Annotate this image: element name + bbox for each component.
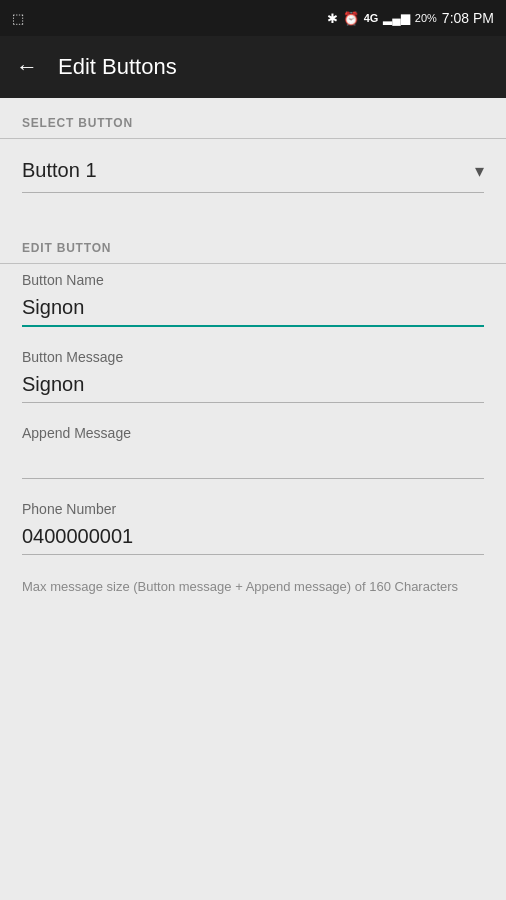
hint-text: Max message size (Button message + Appen… xyxy=(0,569,506,597)
screenshot-icon: ⬚ xyxy=(12,11,24,26)
button-name-field-container: Button Name xyxy=(0,264,506,327)
chevron-down-icon: ▾ xyxy=(475,160,484,182)
signal-icon: ▂▄▆ xyxy=(383,11,410,25)
phone-number-input[interactable] xyxy=(22,521,484,555)
button-name-input[interactable] xyxy=(22,292,484,327)
network-indicator: 4G xyxy=(364,12,379,24)
alarm-icon: ⏰ xyxy=(343,11,359,26)
button-message-input[interactable] xyxy=(22,369,484,403)
gap-1 xyxy=(0,211,506,223)
dropdown-selected-value: Button 1 xyxy=(22,159,97,182)
button-name-label: Button Name xyxy=(22,272,484,288)
append-message-label: Append Message xyxy=(22,425,484,441)
back-button[interactable]: ← xyxy=(16,54,38,80)
edit-button-section-header: EDIT BUTTON xyxy=(0,223,506,263)
status-bar-right: ✱ ⏰ 4G ▂▄▆ 20% 7:08 PM xyxy=(327,10,494,26)
append-message-input[interactable] xyxy=(22,445,484,479)
button-select-container: Button 1 ▾ xyxy=(0,139,506,211)
status-time: 7:08 PM xyxy=(442,10,494,26)
phone-number-label: Phone Number xyxy=(22,501,484,517)
button-message-label: Button Message xyxy=(22,349,484,365)
page-title: Edit Buttons xyxy=(58,54,177,80)
append-message-field-container: Append Message xyxy=(0,417,506,479)
edit-button-section: Button Name Button Message Append Messag… xyxy=(0,264,506,609)
status-bar-left: ⬚ xyxy=(12,11,26,26)
button-message-field-container: Button Message xyxy=(0,341,506,403)
app-bar: ← Edit Buttons xyxy=(0,36,506,98)
battery-indicator: 20% xyxy=(415,12,437,24)
status-bar: ⬚ ✱ ⏰ 4G ▂▄▆ 20% 7:08 PM xyxy=(0,0,506,36)
content-area: SELECT BUTTON Button 1 ▾ EDIT BUTTON But… xyxy=(0,98,506,900)
phone-number-field-container: Phone Number xyxy=(0,493,506,555)
bluetooth-icon: ✱ xyxy=(327,11,338,26)
select-button-section-header: SELECT BUTTON xyxy=(0,98,506,138)
button-dropdown[interactable]: Button 1 ▾ xyxy=(22,149,484,193)
